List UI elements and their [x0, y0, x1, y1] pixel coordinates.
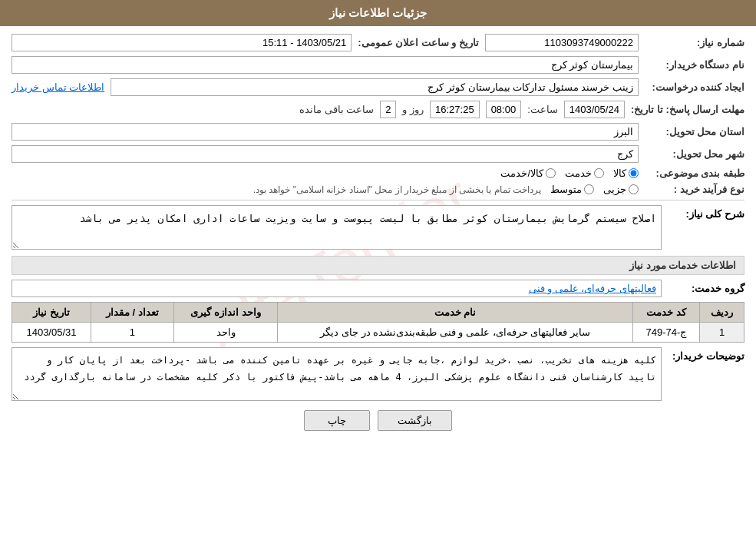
table-row: 1ج-74-749سایر فعالیتهای حرفه‌ای، علمی و …	[12, 323, 744, 343]
ijad-konande-label: ایجاد کننده درخواست:	[645, 81, 744, 93]
shomare-niaz-value: 1103093749000222	[485, 34, 639, 51]
tabaqe-label: طبقه بندی موضوعی:	[645, 167, 744, 179]
noe-jozii[interactable]: جزیی	[603, 184, 639, 195]
gorohe-value: فعالیتهای حرفه‌ای، علمی و فنی	[12, 280, 662, 297]
tozihat-label: توضیحات خریدار:	[668, 350, 744, 362]
tozihat-row: توضیحات خریدار:	[12, 347, 744, 401]
group-service-row: گروه خدمت: فعالیتهای حرفه‌ای، علمی و فنی	[12, 280, 744, 297]
divider-1	[12, 200, 744, 200]
noe-farayand-note: پرداخت تمام یا بخشی از مبلغ خریدار از مح…	[253, 184, 541, 195]
ijad-konande-value: زینب خرسند مسئول تدارکات بیمارستان کوثر …	[111, 78, 639, 96]
cell-vahed: واحد	[173, 323, 278, 343]
back-button[interactable]: بازگشت	[378, 410, 452, 431]
khadamat-section-title: اطلاعات خدمات مورد نیاز	[12, 256, 744, 275]
col-radif: ردیف	[700, 303, 744, 323]
noe-farayand-label: نوع فرآیند خرید :	[645, 184, 744, 195]
sharh-label: شرح کلی نیاز:	[668, 208, 744, 220]
name-dastgah-value: بیمارستان کوثر کرج	[12, 56, 639, 74]
ostan-row: استان محل تحویل: البرز	[12, 123, 744, 141]
tozihat-textarea[interactable]	[12, 347, 662, 401]
mohlat-date: 1403/05/24	[564, 101, 625, 118]
ettelaat-link[interactable]: اطلاعات تماس خریدار	[12, 81, 104, 93]
tabaqe-options: کالا خدمت کالا/خدمت	[12, 167, 639, 179]
buttons-row: بازگشت چاپ	[12, 410, 744, 431]
col-nam: نام خدمت	[278, 303, 632, 323]
cell-kod: ج-74-749	[632, 323, 700, 343]
services-table-body: 1ج-74-749سایر فعالیتهای حرفه‌ای، علمی و …	[12, 323, 744, 343]
tabaqe-kala-khedmat[interactable]: کالا/خدمت	[500, 167, 556, 179]
noe-motevaset[interactable]: متوسط	[550, 184, 594, 195]
col-kod: کد خدمت	[632, 303, 700, 323]
mohlat-saat-label: ساعت:	[527, 104, 558, 115]
cell-tedad: 1	[91, 323, 174, 343]
tarikh-value: 1403/05/21 - 15:11	[12, 34, 352, 51]
tabaqe-row: طبقه بندی موضوعی: کالا خدمت کالا/خدمت	[12, 167, 744, 179]
col-vahed: واحد اندازه گیری	[173, 303, 278, 323]
mohlat-saat: 08:00	[486, 101, 522, 118]
shahr-row: شهر محل تحویل: کرج	[12, 145, 744, 163]
sharh-row: شرح کلی نیاز:	[12, 205, 744, 250]
mohlat-label: مهلت ارسال پاسخ: تا تاریخ:	[631, 104, 744, 115]
gorohe-link[interactable]: فعالیتهای حرفه‌ای، علمی و فنی	[529, 283, 656, 294]
tabaqe-kala[interactable]: کالا	[613, 167, 639, 179]
ostan-value: البرز	[12, 123, 639, 141]
tarikh-label: تاریخ و ساعت اعلان عمومی:	[358, 37, 479, 48]
mohlat-baqi-label: ساعت باقی مانده	[299, 104, 374, 115]
shomare-niaz-row: شماره نیاز: 1103093749000222 تاریخ و ساع…	[12, 34, 744, 51]
shomare-niaz-label: شماره نیاز:	[645, 37, 744, 48]
mohlat-rooz: 2	[380, 101, 396, 118]
page-header: جزئیات اطلاعات نیاز	[0, 0, 756, 26]
cell-tarikh: 1403/05/31	[12, 323, 91, 343]
noe-farayand-row: نوع فرآیند خرید : جزیی متوسط پرداخت تمام…	[12, 184, 744, 195]
tabaqe-khedmat[interactable]: خدمت	[565, 167, 604, 179]
ostan-label: استان محل تحویل:	[645, 126, 744, 137]
col-tarikh: تاریخ نیاز	[12, 303, 91, 323]
col-tedad: تعداد / مقدار	[91, 303, 174, 323]
name-dastgah-label: نام دستگاه خریدار:	[645, 59, 744, 71]
mohlat-row: مهلت ارسال پاسخ: تا تاریخ: 1403/05/24 سا…	[12, 101, 744, 118]
shahr-value: کرج	[12, 145, 639, 163]
mohlat-rooz-label: روز و	[402, 104, 424, 115]
gorohe-label: گروه خدمت:	[668, 283, 744, 294]
print-button[interactable]: چاپ	[304, 410, 370, 431]
services-table-head: ردیف کد خدمت نام خدمت واحد اندازه گیری ت…	[12, 303, 744, 323]
services-table: ردیف کد خدمت نام خدمت واحد اندازه گیری ت…	[12, 302, 744, 343]
ijad-konande-row: ایجاد کننده درخواست: زینب خرسند مسئول تد…	[12, 78, 744, 96]
mohlat-baqi: 16:27:25	[430, 101, 480, 118]
sharh-textarea[interactable]	[12, 205, 662, 250]
noe-farayand-options: جزیی متوسط	[550, 184, 639, 195]
name-dastgah-row: نام دستگاه خریدار: بیمارستان کوثر کرج	[12, 56, 744, 74]
shahr-label: شهر محل تحویل:	[645, 148, 744, 160]
cell-nam: سایر فعالیتهای حرفه‌ای، علمی و فنی طبقه‌…	[278, 323, 632, 343]
cell-radif: 1	[700, 323, 744, 343]
page-title: جزئیات اطلاعات نیاز	[329, 6, 427, 19]
